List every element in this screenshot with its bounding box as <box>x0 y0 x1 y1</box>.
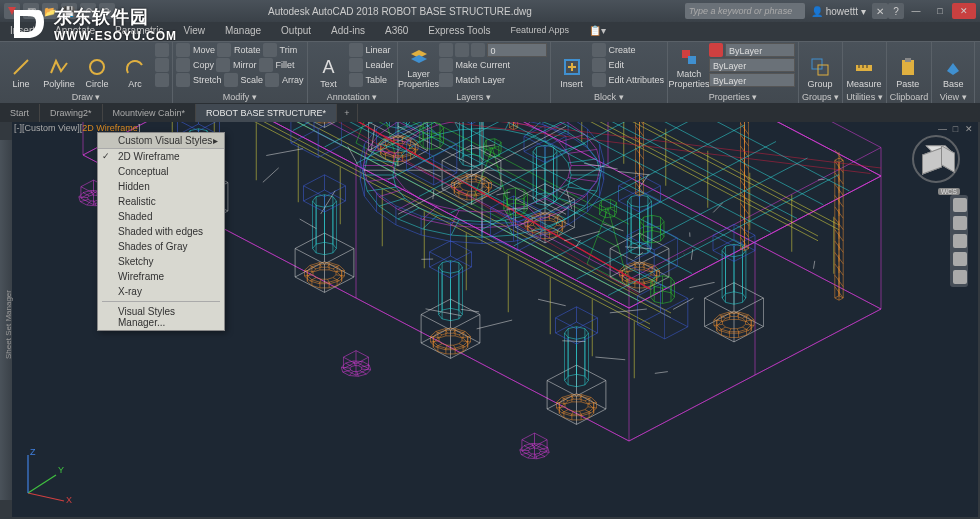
panel-title[interactable]: Utilities ▾ <box>846 91 883 102</box>
btn-label[interactable]: Scale <box>240 75 264 85</box>
menu-item[interactable]: Hidden <box>98 179 224 194</box>
move-icon[interactable] <box>176 43 190 57</box>
draw-small-icon[interactable] <box>155 43 169 57</box>
text-button[interactable]: AText <box>311 43 347 89</box>
btn-label[interactable]: Create <box>608 45 636 55</box>
color-dropdown[interactable]: ByLayer <box>725 43 795 57</box>
btn-label[interactable]: Fillet <box>275 60 295 70</box>
file-tab[interactable]: Mountview Cabin* <box>103 104 197 122</box>
btn-label[interactable]: Table <box>365 75 388 85</box>
menu-item[interactable]: Conceptual <box>98 164 224 179</box>
btn-label[interactable]: Make Current <box>455 60 511 70</box>
btn-label[interactable]: Edit Attributes <box>608 75 665 85</box>
array-icon[interactable] <box>265 73 279 87</box>
panel-title[interactable]: Modify ▾ <box>176 91 304 102</box>
ribbon-tab[interactable]: Express Tools <box>418 22 500 41</box>
make-current-icon[interactable] <box>439 58 453 72</box>
btn-label[interactable]: Rotate <box>233 45 261 55</box>
paste-button[interactable]: Paste <box>890 43 926 89</box>
panel-title[interactable]: Properties ▾ <box>671 91 795 102</box>
file-tab-active[interactable]: ROBOT BASE STRUCTURE* <box>196 104 337 122</box>
menu-item[interactable]: Realistic <box>98 194 224 209</box>
arc-button[interactable]: Arc <box>117 43 153 89</box>
copy-icon[interactable] <box>176 58 190 72</box>
panel-title[interactable]: Groups ▾ <box>802 91 839 102</box>
btn-label[interactable]: Match Layer <box>455 75 506 85</box>
lineweight-dropdown[interactable]: ByLayer <box>709 58 795 72</box>
btn-label[interactable]: Stretch <box>192 75 222 85</box>
panel-title[interactable]: Draw ▾ <box>3 91 169 102</box>
measure-button[interactable]: Measure <box>846 43 882 89</box>
menu-item[interactable]: Shaded with edges <box>98 224 224 239</box>
viewcube-cube[interactable] <box>922 145 950 173</box>
menu-item[interactable]: ✓2D Wireframe <box>98 149 224 164</box>
menu-item[interactable]: Wireframe <box>98 269 224 284</box>
ribbon-tab-expand[interactable]: 📋▾ <box>579 22 616 41</box>
ribbon-tab[interactable]: A360 <box>375 22 418 41</box>
create-icon[interactable] <box>592 43 606 57</box>
ribbon-tab[interactable]: View <box>173 22 215 41</box>
pan-icon[interactable] <box>953 216 967 230</box>
panel-title[interactable]: View ▾ <box>935 91 971 102</box>
layer-state-icon[interactable] <box>439 43 453 57</box>
scale-icon[interactable] <box>224 73 238 87</box>
menu-item[interactable]: Sketchy <box>98 254 224 269</box>
zoom-icon[interactable] <box>953 234 967 248</box>
showmotion-icon[interactable] <box>953 270 967 284</box>
ribbon-tab[interactable]: Output <box>271 22 321 41</box>
line-button[interactable]: Line <box>3 43 39 89</box>
file-tab[interactable]: Drawing2* <box>40 104 103 122</box>
btn-label[interactable]: Edit <box>608 60 625 70</box>
panel-title[interactable]: Clipboard <box>890 91 929 102</box>
match-properties-button[interactable]: Match Properties <box>671 43 707 89</box>
leader-icon[interactable] <box>349 58 363 72</box>
group-button[interactable]: Group <box>802 43 838 89</box>
edit-icon[interactable] <box>592 58 606 72</box>
btn-label[interactable]: Array <box>281 75 304 85</box>
close-button[interactable]: ✕ <box>952 3 976 19</box>
maximize-button[interactable]: □ <box>928 3 952 19</box>
layer-state-icon[interactable] <box>455 43 469 57</box>
layer-dropdown[interactable]: 0 <box>487 43 547 57</box>
btn-label[interactable]: Mirror <box>232 60 257 70</box>
btn-label[interactable]: Copy <box>192 60 214 70</box>
orbit-icon[interactable] <box>953 252 967 266</box>
exchange-icon[interactable]: ✕ <box>872 3 888 19</box>
dim-icon[interactable] <box>349 43 363 57</box>
ribbon-tab[interactable]: Featured Apps <box>500 22 579 41</box>
sheet-set-sidebar[interactable]: Sheet Set Manager <box>0 140 12 500</box>
panel-title[interactable]: Annotation ▾ <box>311 91 394 102</box>
file-tab[interactable]: Start <box>0 104 40 122</box>
ribbon-tab[interactable]: Add-ins <box>321 22 375 41</box>
viewport-minimize[interactable]: — <box>937 123 948 134</box>
table-icon[interactable] <box>349 73 363 87</box>
rotate-icon[interactable] <box>217 43 231 57</box>
btn-label[interactable]: Trim <box>279 45 298 55</box>
ribbon-tab[interactable]: Manage <box>215 22 271 41</box>
draw-small-icon[interactable] <box>155 58 169 72</box>
panel-title[interactable]: Block ▾ <box>554 91 665 102</box>
help-icon[interactable]: ? <box>888 3 904 19</box>
file-tab-add[interactable]: + <box>337 104 358 122</box>
btn-label[interactable]: Move <box>192 45 215 55</box>
linetype-dropdown[interactable]: ByLayer <box>709 73 795 87</box>
btn-label[interactable]: Linear <box>365 45 391 55</box>
polyline-button[interactable]: Polyline <box>41 43 77 89</box>
mirror-icon[interactable] <box>216 58 230 72</box>
menu-item[interactable]: Shaded <box>98 209 224 224</box>
menu-item[interactable]: Visual Styles Manager... <box>98 304 224 330</box>
base-button[interactable]: Base <box>935 43 971 89</box>
circle-button[interactable]: Circle <box>79 43 115 89</box>
user-menu[interactable]: 👤howettt▾ <box>811 6 866 17</box>
steering-wheel-icon[interactable] <box>953 198 967 212</box>
match-layer-icon[interactable] <box>439 73 453 87</box>
btn-label[interactable]: Leader <box>365 60 394 70</box>
minimize-button[interactable]: — <box>904 3 928 19</box>
draw-small-icon[interactable] <box>155 73 169 87</box>
search-input[interactable]: Type a keyword or phrase <box>685 3 805 19</box>
layer-state-icon[interactable] <box>471 43 485 57</box>
menu-item[interactable]: Shades of Gray <box>98 239 224 254</box>
stretch-icon[interactable] <box>176 73 190 87</box>
viewport-maximize[interactable]: □ <box>950 123 961 134</box>
menu-header[interactable]: Custom Visual Styles▸ <box>98 133 224 149</box>
